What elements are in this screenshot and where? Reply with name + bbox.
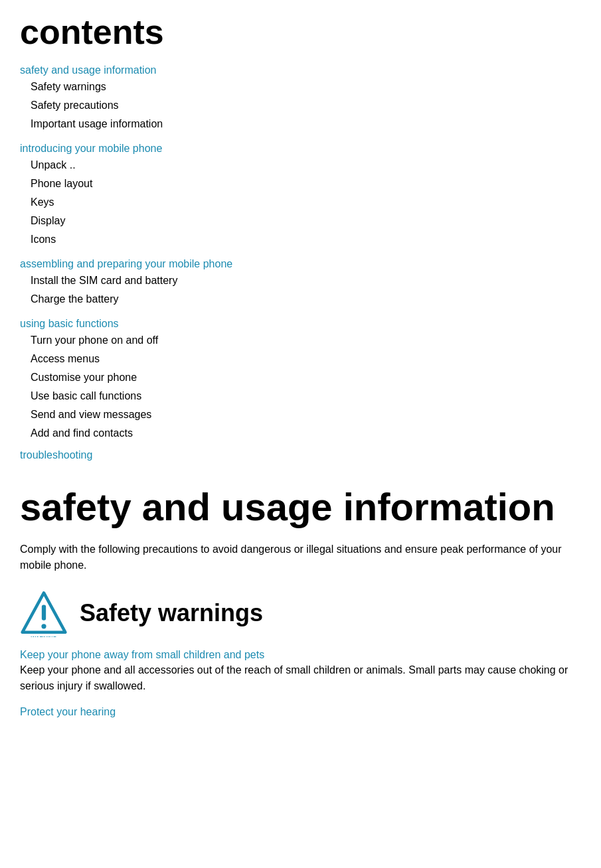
svg-rect-1 [42,605,46,620]
toc-item[interactable]: Unpack .. [20,156,581,175]
toc-section-introducing: introducing your mobile phone Unpack .. … [20,143,581,249]
safety-section-title: safety and usage information [20,485,581,530]
safety-intro-text: Comply with the following precautions to… [20,542,581,573]
warning-block: WARNING Safety warnings [20,589,581,637]
toc-item[interactable]: Display [20,212,581,230]
toc-item[interactable]: Add and find contacts [20,424,581,443]
toc-item[interactable]: Use basic call functions [20,387,581,405]
toc-item[interactable]: Icons [20,230,581,249]
toc-troubleshooting-link[interactable]: troubleshooting [20,449,581,461]
toc-section-heading-safety[interactable]: safety and usage information [20,64,581,76]
toc-section-safety: safety and usage information Safety warn… [20,64,581,133]
warning-subheading-children[interactable]: Keep your phone away from small children… [20,649,581,661]
toc-item[interactable]: Send and view messages [20,405,581,424]
svg-point-2 [41,624,46,628]
warning-title-text: Safety warnings [80,599,263,627]
toc-section-heading-assembling[interactable]: assembling and preparing your mobile pho… [20,258,581,270]
page-title: contents [20,13,581,51]
toc-item[interactable]: Safety warnings [20,78,581,96]
toc-section-heading-introducing[interactable]: introducing your mobile phone [20,143,581,155]
svg-text:WARNING: WARNING [31,634,56,636]
toc-item[interactable]: Keys [20,193,581,212]
toc-item[interactable]: Safety precautions [20,96,581,115]
warning-body-children: Keep your phone and all accessories out … [20,662,581,694]
toc-section-assembling: assembling and preparing your mobile pho… [20,258,581,309]
toc-item[interactable]: Phone layout [20,175,581,193]
toc-item[interactable]: Access menus [20,350,581,368]
toc-item[interactable]: Important usage information [20,115,581,133]
toc-item[interactable]: Customise your phone [20,368,581,387]
toc-section-basic-functions: using basic functions Turn your phone on… [20,318,581,443]
warning-subheading-hearing[interactable]: Protect your hearing [20,706,581,718]
table-of-contents: safety and usage information Safety warn… [20,64,581,461]
toc-section-heading-basic[interactable]: using basic functions [20,318,581,330]
warning-icon: WARNING [20,589,68,637]
toc-item[interactable]: Turn your phone on and off [20,331,581,350]
toc-item[interactable]: Install the SIM card and battery [20,271,581,290]
toc-item[interactable]: Charge the battery [20,290,581,309]
